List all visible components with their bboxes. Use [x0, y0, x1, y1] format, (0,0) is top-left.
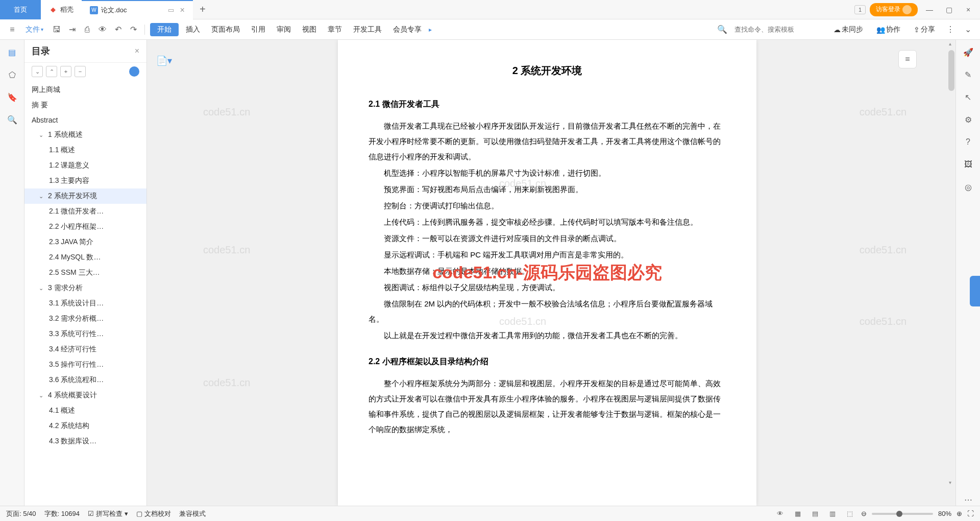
- view-page-icon[interactable]: ▦: [792, 508, 804, 520]
- tab-docke[interactable]: ◆ 稻壳: [41, 0, 82, 19]
- redo-icon[interactable]: ↷: [127, 23, 139, 36]
- more-indicator-icon[interactable]: ▸: [429, 26, 432, 33]
- coop-button[interactable]: 👥 协作: [872, 23, 904, 36]
- page-indicator[interactable]: 页面: 5/40: [6, 509, 36, 518]
- sync-button[interactable]: ☁ 未同步: [829, 23, 867, 36]
- menu-icon[interactable]: ≡: [6, 23, 18, 36]
- tab-chapter[interactable]: 章节: [324, 23, 346, 36]
- toc-item[interactable]: ⌄2 系统开发环境: [24, 188, 146, 204]
- toc-item[interactable]: ⌄3 需求分析: [24, 280, 146, 296]
- toc-expand-icon[interactable]: ⌃: [46, 66, 57, 77]
- search-input[interactable]: [732, 23, 824, 35]
- undo-icon[interactable]: ↶: [112, 23, 124, 36]
- view-fullwidth-icon[interactable]: ⬚: [844, 508, 856, 520]
- print-icon[interactable]: ⎙: [81, 23, 93, 36]
- scrollbar-thumb[interactable]: [948, 50, 954, 91]
- toc-item[interactable]: ⌄4 系统概要设计: [24, 388, 146, 403]
- file-menu[interactable]: 文件 ▾: [21, 23, 47, 36]
- help-icon[interactable]: ?: [962, 136, 974, 148]
- tab-reference[interactable]: 引用: [247, 23, 270, 36]
- zoom-slider[interactable]: [872, 513, 933, 515]
- pin-button[interactable]: ≡: [898, 50, 917, 68]
- side-handle[interactable]: [970, 276, 980, 306]
- spellcheck-button[interactable]: ☑ 拼写检查 ▾: [88, 509, 128, 518]
- toc-item[interactable]: Abstract: [24, 113, 146, 127]
- toc-item[interactable]: 1.1 概述: [24, 143, 146, 158]
- toc-item[interactable]: 4.3 数据库设…: [24, 434, 146, 449]
- zoom-in-icon[interactable]: ⊕: [957, 510, 962, 517]
- preview-icon[interactable]: 👁: [96, 23, 109, 36]
- cursor-icon[interactable]: ↖: [962, 91, 974, 103]
- sidebar-close-icon[interactable]: ×: [135, 46, 139, 56]
- export-icon[interactable]: ⇥: [66, 23, 78, 36]
- toc-item[interactable]: 3.2 需求分析概…: [24, 311, 146, 326]
- window-maximize-icon[interactable]: ▢: [941, 2, 957, 17]
- toc-item[interactable]: 摘 要: [24, 98, 146, 113]
- toc-item[interactable]: 3.1 系统设计目…: [24, 296, 146, 311]
- outline-icon[interactable]: ▤: [6, 46, 18, 58]
- view-reading-icon[interactable]: 👁: [774, 508, 787, 520]
- tab-document[interactable]: W 论文.doc ▭ ×: [82, 0, 193, 19]
- tab-close-icon[interactable]: ×: [180, 6, 185, 15]
- share-button[interactable]: ⇪ 分享: [910, 23, 939, 36]
- tab-add-button[interactable]: +: [193, 4, 212, 15]
- toc-item[interactable]: 4.1 概述: [24, 403, 146, 418]
- toc-item[interactable]: 2.3 JAVA 简介: [24, 234, 146, 250]
- tab-window-icon[interactable]: ▭: [168, 6, 174, 14]
- search-panel-icon[interactable]: 🔍: [6, 113, 18, 126]
- tab-start[interactable]: 开始: [150, 23, 179, 36]
- toc-collapse-icon[interactable]: ⌄: [32, 66, 43, 77]
- toc-item[interactable]: 1.2 课题意义: [24, 158, 146, 173]
- toc-item[interactable]: 2.4 MySQL 数…: [24, 250, 146, 265]
- tab-insert[interactable]: 插入: [182, 23, 204, 36]
- pencil-icon[interactable]: ✎: [962, 68, 974, 81]
- view-outline-icon[interactable]: ▥: [826, 508, 839, 520]
- toc-item[interactable]: ⌄1 系统概述: [24, 127, 146, 143]
- toc-item[interactable]: 2.5 SSM 三大…: [24, 265, 146, 280]
- tab-layout[interactable]: 页面布局: [207, 23, 244, 36]
- settings-icon[interactable]: ⚙: [962, 113, 974, 126]
- zoom-thumb[interactable]: [896, 511, 902, 517]
- tab-view[interactable]: 视图: [298, 23, 321, 36]
- tab-devtool[interactable]: 开发工具: [349, 23, 386, 36]
- toc-item[interactable]: 2.2 小程序框架…: [24, 219, 146, 234]
- scroll-down-icon[interactable]: ▾: [949, 480, 951, 485]
- toc-item[interactable]: 2.1 微信开发者…: [24, 204, 146, 219]
- toc-item[interactable]: 网上商城: [24, 82, 146, 98]
- proofread-button[interactable]: ▢ 文档校对: [136, 509, 171, 518]
- window-close-icon[interactable]: ×: [961, 2, 976, 17]
- shape-icon[interactable]: ⬠: [6, 68, 18, 81]
- document-viewport[interactable]: 📄▾ ≡ code51.cn code51.cn code51.cn code5…: [147, 40, 947, 506]
- toc-add-icon[interactable]: +: [60, 66, 71, 77]
- toc-item[interactable]: 3.3 系统可行性…: [24, 326, 146, 342]
- zoom-level[interactable]: 80%: [938, 510, 951, 517]
- compat-mode[interactable]: 兼容模式: [179, 509, 206, 518]
- toc-item[interactable]: 3.5 操作可行性…: [24, 357, 146, 372]
- page-icon[interactable]: 📄▾: [156, 55, 172, 66]
- scroll-up-icon[interactable]: ▴: [949, 41, 951, 46]
- toc-badge-icon[interactable]: [129, 66, 139, 77]
- vertical-scrollbar[interactable]: ▴ ▾: [947, 40, 955, 506]
- fit-icon[interactable]: ⛶: [967, 510, 974, 517]
- toc-item[interactable]: 3.4 经济可行性: [24, 342, 146, 357]
- tab-review[interactable]: 审阅: [273, 23, 295, 36]
- tab-home[interactable]: 首页: [0, 0, 41, 19]
- counter-icon[interactable]: 1: [854, 5, 866, 14]
- tab-member[interactable]: 会员专享: [389, 23, 426, 36]
- window-minimize-icon[interactable]: —: [922, 2, 937, 17]
- rocket-icon[interactable]: 🚀: [962, 46, 974, 58]
- save-icon[interactable]: 🖫: [51, 23, 63, 36]
- toc-item[interactable]: 4.2 系统结构: [24, 418, 146, 434]
- toc-item[interactable]: 3.6 系统流程和…: [24, 372, 146, 388]
- target-icon[interactable]: ◎: [962, 181, 974, 193]
- toc-item[interactable]: 1.3 主要内容: [24, 173, 146, 188]
- zoom-out-icon[interactable]: ⊖: [861, 510, 867, 517]
- toc-remove-icon[interactable]: −: [75, 66, 86, 77]
- word-count[interactable]: 字数: 10694: [44, 509, 80, 518]
- image-icon[interactable]: 🖼: [962, 158, 974, 171]
- collapse-ribbon-icon[interactable]: ⌄: [962, 23, 974, 36]
- login-button[interactable]: 访客登录: [870, 3, 918, 16]
- bookmark-icon[interactable]: 🔖: [6, 91, 18, 103]
- dots-icon[interactable]: ⋯: [962, 493, 974, 506]
- more-icon[interactable]: ⋮: [944, 23, 957, 36]
